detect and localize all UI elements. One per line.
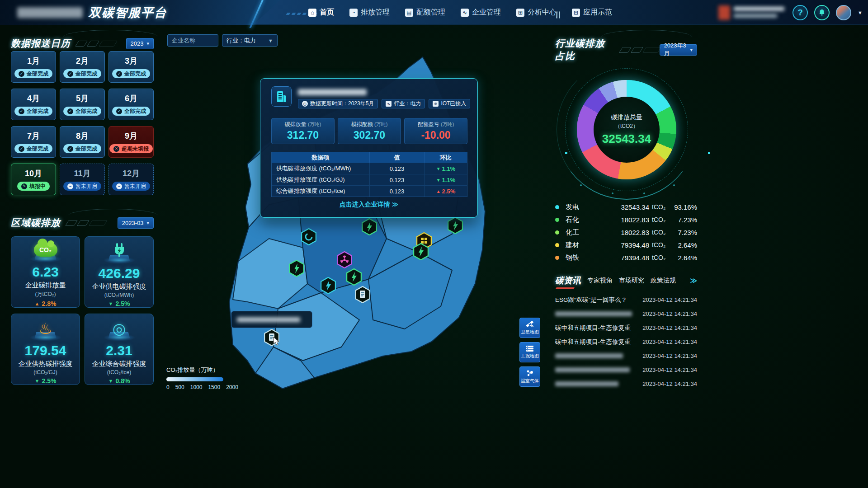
- month-card-may[interactable]: 5月 全部完成: [60, 89, 105, 120]
- news-title-blurred: [555, 353, 623, 358]
- map-marker-power[interactable]: [413, 243, 429, 260]
- month-card-jan[interactable]: 1月 全部完成: [11, 51, 56, 83]
- news-item-time: 2023-04-12 14:21:34: [642, 338, 697, 345]
- metric-card-heat-intensity[interactable]: ♨ 179.54 企业供热碳排强度 (tCO₂/GJ) 2.5%: [11, 314, 80, 385]
- dot-decoration: [612, 192, 613, 194]
- tab-expert-view[interactable]: 专家视角: [587, 277, 613, 285]
- legend-dot: [555, 218, 559, 222]
- month-card-aug[interactable]: 8月 全部完成: [60, 126, 105, 158]
- table-row: 综合碳排放强度 (tCO₂/tce) 0.123 2.5%: [272, 185, 467, 197]
- map-marker-power[interactable]: [321, 277, 336, 294]
- metric-card-composite-intensity[interactable]: ◎ 2.31 企业综合碳排强度 (tCO₂/tce) 0.8%: [85, 314, 154, 385]
- news-item[interactable]: 2023-04-12 14:21:34: [555, 377, 697, 391]
- map-marker-power[interactable]: [346, 268, 362, 286]
- map-marker-power[interactable]: [289, 260, 304, 277]
- title-decoration: [67, 220, 106, 226]
- help-button[interactable]: ?: [793, 5, 808, 20]
- edit-icon: [21, 183, 27, 189]
- news-title: 碳资讯: [555, 275, 581, 286]
- month-card-jun[interactable]: 6月 全部完成: [108, 89, 154, 120]
- news-more-link[interactable]: ≫: [690, 277, 697, 285]
- map-marker-nuclear[interactable]: [337, 251, 352, 268]
- top-nav: 双碳智服平台 ⌂ 首页 ◔ 排放管理 ▤ 配额管理 ∿ 企业管理 ⊞ 分析中心: [0, 0, 868, 25]
- news-item[interactable]: 2023-04-12 14:21:34: [555, 349, 697, 363]
- tab-market-research[interactable]: 市场研究: [619, 277, 644, 285]
- company-search-input[interactable]: [167, 34, 218, 47]
- nav-item-analysis[interactable]: ⊞ 分析中心: [516, 8, 557, 17]
- legend-row-steel[interactable]: 钢铁 79394.48 tCO₂ 2.64%: [555, 251, 697, 264]
- update-time-tag: ◷ 数据更新时间：2023年5月: [298, 99, 378, 108]
- industry-legend: 发电 32543.34 tCO₂ 93.16% 石化 18022.83 tCO₂…: [555, 201, 697, 264]
- status-badge: 全部完成: [14, 144, 52, 153]
- company-detail-link[interactable]: 点击进入企业详情 ≫: [260, 201, 477, 209]
- map-tooltip: [231, 311, 312, 328]
- month-card-sep[interactable]: 9月 超期未填报: [108, 126, 154, 158]
- nav-item-quota[interactable]: ▤ 配额管理: [405, 8, 445, 17]
- calendar-year-select[interactable]: 2023: [126, 38, 154, 49]
- month-card-apr[interactable]: 4月 全部完成: [11, 89, 56, 120]
- legend-row-materials[interactable]: 建材 79394.48 tCO₂ 2.64%: [555, 239, 697, 251]
- metric-unit: (tCO₂/GJ): [33, 369, 57, 375]
- news-item[interactable]: 2023-04-12 14:21:34: [555, 363, 697, 377]
- industry-filter-value: 行业：电力: [226, 37, 256, 45]
- legend-row-petrochem[interactable]: 石化 18022.83 tCO₂ 7.23%: [555, 213, 697, 226]
- check-icon: [19, 108, 24, 114]
- news-item[interactable]: ESG跟“双碳”是一回事么？ 2023-04-12 14:21:34: [555, 293, 697, 307]
- panel-arc-decoration: [63, 30, 158, 37]
- nav-item-enterprise[interactable]: ∿ 企业管理: [461, 8, 501, 17]
- calendar-header: 数据报送日历 2023: [11, 37, 154, 50]
- nav-item-home[interactable]: ⌂ 首页: [308, 8, 334, 17]
- news-item[interactable]: 碳中和五期项目-生态修复重大工程 2023-04-12 14:21:34: [555, 335, 697, 349]
- trend-down: 2.5%: [108, 300, 130, 307]
- layer-satellite-button[interactable]: 卫星地图: [519, 318, 540, 338]
- legend-row-power[interactable]: 发电 32543.34 tCO₂ 93.16%: [555, 201, 697, 213]
- legend-dot: [555, 230, 559, 235]
- region-period-select[interactable]: 2023-03: [118, 217, 154, 229]
- monitor-icon: ▤: [405, 9, 413, 17]
- server-icon: [526, 345, 534, 352]
- month-card-mar[interactable]: 3月 全部完成: [108, 51, 154, 83]
- status-text: 超期未填报: [122, 145, 149, 153]
- month-card-dec[interactable]: 12月 暂未开启: [108, 164, 154, 195]
- nav-item-demo[interactable]: ⊡ 应用示范: [572, 8, 612, 17]
- minus-icon: [67, 183, 73, 189]
- industry-filter-select[interactable]: 行业：电力 ▼: [222, 34, 278, 47]
- clock-icon: ◷: [302, 101, 308, 107]
- news-item[interactable]: 2023-04-12 14:21:34: [555, 307, 697, 321]
- month-card-oct[interactable]: 10月 填报中: [11, 164, 56, 195]
- notifications-button[interactable]: [814, 5, 830, 20]
- industry-donut-chart[interactable]: 碳排放总量 （tCO2） 32543.34: [562, 64, 691, 195]
- map-marker-power[interactable]: [448, 217, 463, 234]
- user-avatar[interactable]: [836, 5, 851, 20]
- nav-label: 分析中心: [528, 8, 557, 17]
- chevron-down-icon[interactable]: ▼: [858, 10, 863, 15]
- nav-label: 应用示范: [583, 8, 612, 17]
- status-text: 全部完成: [27, 145, 48, 153]
- map-marker-power[interactable]: [362, 218, 377, 235]
- news-title-blurred: [555, 311, 632, 316]
- month-card-nov[interactable]: 11月 暂未开启: [60, 164, 105, 195]
- layer-greenhouse-button[interactable]: 温室气体: [519, 366, 540, 387]
- trend-down: 0.8%: [108, 377, 130, 385]
- metric-value: 2.31: [106, 343, 132, 358]
- stat-quota: 模拟配额 (万吨) 302.70: [338, 118, 401, 144]
- map-layer-buttons: 卫星地图 工况地图 温室气体: [519, 318, 540, 387]
- tab-policy[interactable]: 政策法规: [651, 277, 676, 285]
- stat-emission: 碳排放量 (万吨) 312.70: [271, 118, 335, 144]
- map-marker-carbon[interactable]: [301, 228, 316, 245]
- gauge-icon: ◔: [349, 9, 358, 17]
- metric-card-emission[interactable]: CO₂ 6.23 企业碳排放量 (万tCO₂) 2.8%: [11, 236, 80, 308]
- layer-status-button[interactable]: 工况地图: [519, 342, 540, 362]
- nav-item-emission[interactable]: ◔ 排放管理: [349, 8, 390, 17]
- metric-label: 企业综合碳排强度: [92, 360, 146, 368]
- status-badge: 全部完成: [14, 69, 52, 78]
- map-marker-report[interactable]: [355, 286, 370, 303]
- bell-icon: [818, 9, 826, 16]
- month-card-feb[interactable]: 2月 全部完成: [60, 51, 105, 83]
- check-icon: [116, 71, 122, 77]
- legend-row-chemical[interactable]: 化工 18022.83 tCO₂ 7.23%: [555, 226, 697, 239]
- industry-period-select[interactable]: 2023年3月: [660, 44, 697, 56]
- month-card-jul[interactable]: 7月 全部完成: [11, 126, 56, 158]
- news-item[interactable]: 碳中和五期项目-生态修复重大工程... 2023-04-12 14:21:34: [555, 321, 697, 335]
- metric-card-power-intensity[interactable]: 426.29 企业供电碳排强度 (tCO₂/MWh) 2.5%: [85, 236, 154, 308]
